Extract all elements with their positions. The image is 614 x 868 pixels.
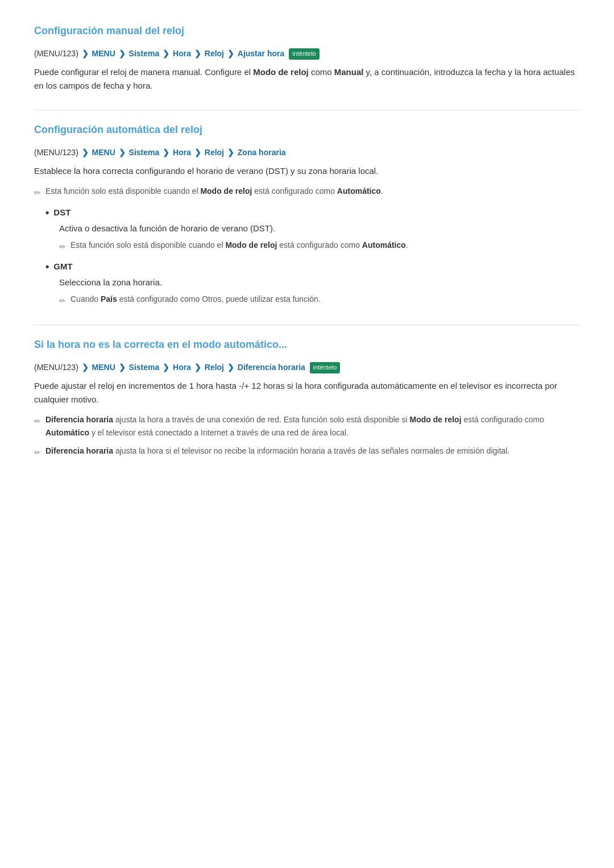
section-incorrect-time: Si la hora no es la correcta en el modo …: [34, 337, 580, 460]
note-text-auto-1: Esta función solo está disponible cuando…: [45, 185, 383, 197]
divider-1: [34, 110, 580, 110]
note-incorrect-1: Diferencia horaria ajusta la hora a trav…: [34, 413, 580, 439]
section-auto-config: Configuración automática del reloj (MENU…: [34, 122, 580, 308]
bold-modo-reloj-4: Modo de reloj: [410, 415, 462, 424]
breadcrumb-zona-horaria: Zona horaria: [238, 148, 286, 157]
pencil-icon-4: [34, 414, 41, 429]
note-incorrect-2: Diferencia horaria ajusta la hora si el …: [34, 445, 580, 460]
breadcrumb-prefix: (MENU/123): [34, 49, 78, 58]
bullet-section-auto: • DST Activa o desactiva la función de h…: [45, 206, 580, 308]
breadcrumb-hora-3: Hora: [173, 363, 191, 372]
gmt-text: GMT: [53, 260, 72, 273]
body-text-auto: Establece la hora correcta configurando …: [34, 164, 580, 178]
bullet-dst-label: • DST: [45, 206, 580, 219]
section-manual-config: Configuración manual del reloj (MENU/123…: [34, 23, 580, 93]
section-title-manual: Configuración manual del reloj: [34, 23, 580, 41]
pencil-icon-3: [59, 293, 66, 308]
breadcrumb-sistema-2: Sistema: [129, 148, 160, 157]
section-title-auto: Configuración automática del reloj: [34, 122, 580, 140]
dst-text: DST: [53, 206, 70, 219]
breadcrumb-reloj: Reloj: [205, 49, 224, 58]
note-text-incorrect-2: Diferencia horaria ajusta la hora si el …: [45, 445, 509, 457]
breadcrumb-sistema: Sistema: [129, 49, 160, 58]
divider-2: [34, 325, 580, 325]
breadcrumb-menu-2: MENU: [92, 148, 115, 157]
bullet-gmt-label: • GMT: [45, 260, 580, 273]
bold-modo-reloj-3: Modo de reloj: [225, 240, 277, 250]
breadcrumb-prefix-3: (MENU/123): [34, 363, 78, 372]
breadcrumb-prefix-2: (MENU/123): [34, 148, 78, 157]
bold-automatico-3: Automático: [45, 428, 89, 437]
bold-pais: País: [101, 294, 117, 304]
bold-diferencia-1: Diferencia horaria: [45, 415, 113, 424]
breadcrumb-reloj-3: Reloj: [205, 363, 224, 372]
bold-automatico-1: Automático: [337, 186, 381, 196]
breadcrumb-diferencia: Diferencia horaria: [238, 363, 305, 372]
dst-description: Activa o desactiva la función de horario…: [59, 222, 580, 235]
gmt-description: Selecciona la zona horaria.: [59, 276, 580, 289]
breadcrumb-manual: (MENU/123) ❯ MENU ❯ Sistema ❯ Hora ❯ Rel…: [34, 47, 580, 60]
body-text-incorrect: Puede ajustar el reloj en incrementos de…: [34, 379, 580, 406]
note-text-incorrect-1: Diferencia horaria ajusta la hora a trav…: [45, 413, 580, 439]
breadcrumb-menu-3: MENU: [92, 363, 115, 372]
breadcrumb-hora: Hora: [173, 49, 191, 58]
breadcrumb-incorrect: (MENU/123) ❯ MENU ❯ Sistema ❯ Hora ❯ Rel…: [34, 361, 580, 373]
note-auto-1: Esta función solo está disponible cuando…: [34, 185, 580, 200]
bold-automatico-2: Automático: [362, 240, 406, 250]
dst-subnote: Esta función solo está disponible cuando…: [59, 239, 580, 254]
bullet-dst: • DST Activa o desactiva la función de h…: [45, 206, 580, 254]
breadcrumb-hora-2: Hora: [173, 148, 191, 157]
bullet-gmt: • GMT Selecciona la zona horaria. Cuando…: [45, 260, 580, 308]
gmt-subnote: Cuando País está configurado como Otros,…: [59, 293, 580, 308]
pencil-icon-2: [59, 239, 66, 254]
body-text-manual: Puede configurar el reloj de manera manu…: [34, 65, 580, 93]
bold-diferencia-2: Diferencia horaria: [45, 446, 113, 455]
gmt-subnote-text: Cuando País está configurado como Otros,…: [70, 293, 321, 305]
breadcrumb-auto: (MENU/123) ❯ MENU ❯ Sistema ❯ Hora ❯ Rel…: [34, 146, 580, 159]
section-title-incorrect: Si la hora no es la correcta en el modo …: [34, 337, 580, 355]
breadcrumb-reloj-2: Reloj: [205, 148, 224, 157]
pencil-icon-5: [34, 445, 41, 460]
pencil-icon-1: [34, 185, 41, 200]
bold-modo-reloj-2: Modo de reloj: [200, 186, 252, 196]
bold-modo-reloj-1: Modo de reloj: [253, 67, 309, 77]
breadcrumb-ajustar-hora: Ajustar hora: [238, 49, 284, 58]
bold-manual: Manual: [334, 67, 364, 77]
breadcrumb-sistema-3: Sistema: [129, 363, 160, 372]
badge-intentelo-1: inténtelo: [289, 48, 320, 60]
dst-subnote-text: Esta función solo está disponible cuando…: [70, 239, 408, 251]
badge-intentelo-2: inténtelo: [310, 362, 341, 373]
breadcrumb-menu: MENU: [92, 49, 115, 58]
